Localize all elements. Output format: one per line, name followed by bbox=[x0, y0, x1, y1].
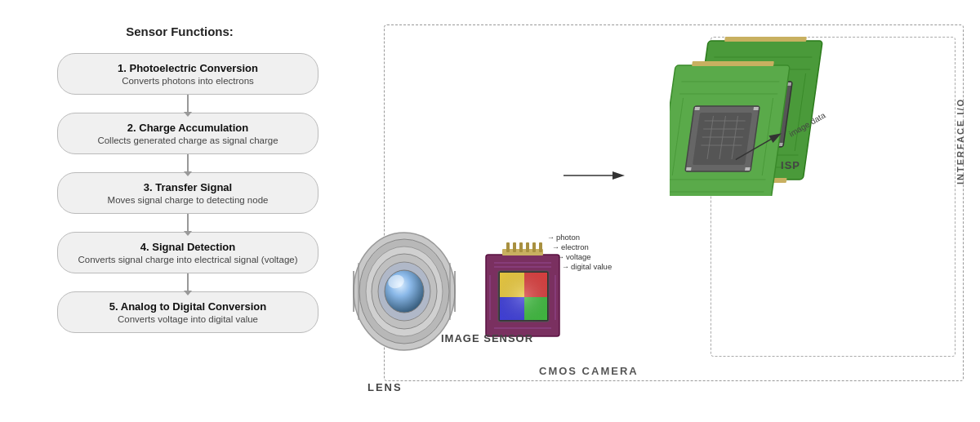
step1-box: 1. Photoelectric Conversion Converts pho… bbox=[57, 53, 318, 95]
flow-container: 1. Photoelectric Conversion Converts pho… bbox=[49, 53, 327, 333]
svg-rect-22 bbox=[498, 271, 549, 322]
step1-desc: Converts photons into electrons bbox=[74, 76, 301, 86]
arrow-icon: → bbox=[547, 233, 555, 242]
svg-rect-69 bbox=[753, 107, 759, 110]
isp-label: ISP bbox=[781, 159, 800, 171]
svg-rect-72 bbox=[692, 61, 774, 66]
signal-voltage: → voltage bbox=[547, 252, 612, 261]
arrow2 bbox=[187, 154, 189, 172]
cmos-camera-label: CMOS CAMERA bbox=[539, 365, 639, 377]
svg-rect-50 bbox=[724, 37, 807, 42]
signal-electron: → electron bbox=[547, 242, 612, 251]
step5-box: 5. Analog to Digital Conversion Converts… bbox=[57, 291, 318, 333]
step4-title: 4. Signal Detection bbox=[74, 241, 301, 253]
step5-desc: Converts voltage into digital value bbox=[74, 314, 301, 324]
step3-box: 3. Transfer Signal Moves signal charge t… bbox=[57, 172, 318, 214]
main-container: Sensor Functions: 1. Photoelectric Conve… bbox=[0, 0, 980, 422]
svg-rect-29 bbox=[539, 242, 542, 252]
lens-label: LENS bbox=[368, 381, 403, 393]
arrow-indent-icon: → bbox=[552, 243, 559, 251]
image-sensor-label: IMAGE SENSOR bbox=[441, 332, 533, 344]
step2-title: 2. Charge Accumulation bbox=[74, 122, 301, 134]
step3-desc: Moves signal charge to detecting node bbox=[74, 195, 301, 205]
svg-point-5 bbox=[385, 270, 424, 313]
arrow3 bbox=[187, 214, 189, 232]
left-panel: Sensor Functions: 1. Photoelectric Conve… bbox=[0, 0, 343, 422]
step4-desc: Converts signal charge into electrical s… bbox=[74, 255, 301, 264]
arrow4 bbox=[187, 273, 189, 291]
svg-rect-68 bbox=[694, 107, 700, 110]
right-panel: → photon → electron → voltage → digital … bbox=[343, 0, 980, 422]
arrow-indent2-icon: → bbox=[557, 253, 564, 261]
svg-rect-26 bbox=[519, 242, 523, 252]
signal-photon: → photon bbox=[547, 233, 612, 242]
interface-io-label: INTERFACE I/O bbox=[956, 98, 965, 184]
svg-rect-71 bbox=[745, 167, 751, 171]
arrow1 bbox=[187, 95, 189, 113]
step2-box: 2. Charge Accumulation Collects generate… bbox=[57, 113, 318, 154]
step1-title: 1. Photoelectric Conversion bbox=[74, 62, 301, 74]
svg-rect-70 bbox=[686, 167, 692, 171]
svg-rect-25 bbox=[513, 242, 516, 252]
section-title: Sensor Functions: bbox=[33, 24, 327, 38]
signal-digital: → digital value bbox=[547, 262, 612, 271]
signal-labels: → photon → electron → voltage → digital … bbox=[547, 233, 612, 271]
step3-title: 3. Transfer Signal bbox=[74, 181, 301, 193]
svg-rect-28 bbox=[532, 242, 536, 252]
sensor-to-isp-arrow bbox=[564, 163, 629, 188]
svg-marker-77 bbox=[768, 130, 783, 143]
step4-box: 4. Signal Detection Converts signal char… bbox=[57, 232, 318, 273]
svg-rect-27 bbox=[526, 242, 529, 252]
svg-marker-75 bbox=[612, 171, 625, 180]
arrow-indent3-icon: → bbox=[562, 263, 569, 271]
step2-desc: Collects generated charge as signal char… bbox=[74, 135, 301, 145]
svg-rect-24 bbox=[506, 242, 510, 252]
step5-title: 5. Analog to Digital Conversion bbox=[74, 300, 301, 313]
